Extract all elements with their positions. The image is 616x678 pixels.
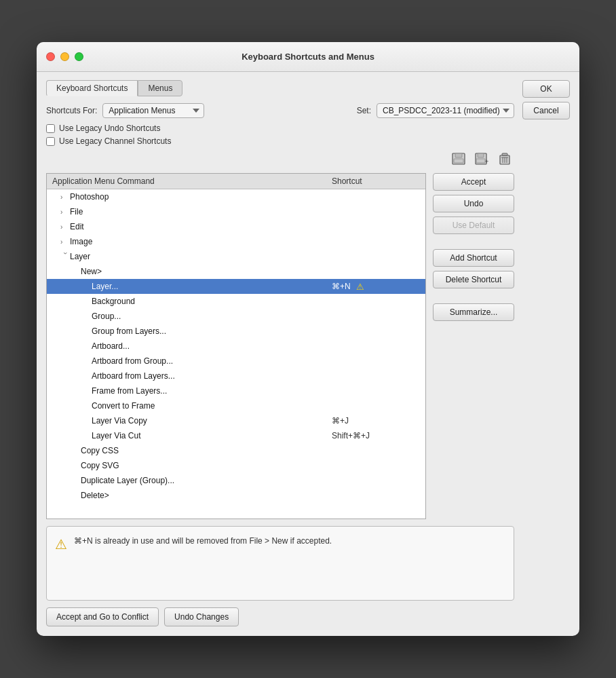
row-label: New> [81,267,332,276]
side-buttons: Accept Undo Use Default Add Shortcut Del… [433,173,514,519]
table-body: › Photoshop › File › E [47,189,425,507]
expand-icon: › [60,223,70,231]
table-row[interactable]: Convert to Frame [47,398,425,413]
row-label: Delete Layer (Group) [92,506,332,507]
conflict-message: ⌘+N is already in use and will be remove… [74,535,332,547]
set-dropdown[interactable]: CB_PSDCC_2023-11 (modified) [377,103,514,118]
table-row[interactable]: Duplicate Layer (Group)... [47,473,425,488]
add-shortcut-button[interactable]: Add Shortcut [433,249,514,267]
table-row[interactable]: Frame from Layers... [47,383,425,398]
titlebar-buttons [46,52,83,61]
table-row[interactable]: › Edit [47,219,425,234]
row-label: Delete> [81,491,332,500]
ok-cancel-area: OK Cancel [522,80,570,626]
shortcuts-for-row: Shortcuts For: Application Menus Panel M… [46,103,514,118]
window-title: Keyboard Shortcuts and Menus [242,52,374,62]
expand-icon: › [60,208,70,216]
legacy-channel-label: Use Legacy Channel Shortcuts [59,136,171,146]
legacy-undo-row: Use Legacy Undo Shortcuts [46,124,514,133]
table-row[interactable]: Delete Layer (Group) [47,503,425,507]
row-label: Layer... [92,282,332,291]
shortcut-value: ⌘+N [332,282,351,291]
legacy-channel-row: Use Legacy Channel Shortcuts [46,136,514,146]
tab-bar: Keyboard Shortcuts Menus [46,80,514,96]
row-label: Frame from Layers... [92,386,332,396]
table-row[interactable]: Layer Via Copy ⌘+J [47,413,425,428]
table-row[interactable]: New> [47,264,425,279]
col-command-header: Application Menu Command [52,176,332,186]
svg-rect-2 [454,159,463,163]
icon-toolbar: + [46,151,514,169]
table-row[interactable]: › Photoshop [47,189,425,204]
table-row[interactable]: › Layer [47,249,425,264]
accept-button[interactable]: Accept [433,173,514,191]
table-row[interactable]: › Image [47,234,425,249]
tab-menus[interactable]: Menus [138,80,182,96]
table-row[interactable]: Copy SVG [47,458,425,473]
table-row[interactable]: Artboard from Group... [47,354,425,369]
row-label: Artboard from Layers... [92,371,332,381]
table-row-selected[interactable]: Layer... ⌘+N ⚠ [47,279,425,294]
minimize-button[interactable] [60,52,69,61]
table-row[interactable]: Artboard... [47,339,425,354]
table-row[interactable]: Delete> [47,488,425,503]
accept-and-go-to-conflict-button[interactable]: Accept and Go to Conflict [46,607,159,626]
row-label: Background [92,297,332,306]
cancel-button[interactable]: Cancel [522,102,570,119]
undo-button[interactable]: Undo [433,195,514,212]
bottom-buttons: Accept and Go to Conflict Undo Changes [46,607,514,626]
expand-icon: › [62,252,69,261]
set-label: Set: [357,106,371,115]
save-icon-button[interactable] [450,151,467,169]
shortcut-text: Shift+⌘+J [332,431,420,440]
set-row: Set: CB_PSDCC_2023-11 (modified) [357,103,514,118]
conflict-panel: ⚠ ⌘+N is already in use and will be remo… [46,526,514,601]
row-label: Group... [92,312,332,321]
save-as-icon-button[interactable]: + [474,151,491,169]
conflict-warning-icon: ⚠ [55,536,67,552]
row-label: Duplicate Layer (Group)... [81,476,332,485]
table-row[interactable]: Copy CSS [47,443,425,458]
shortcut-text: ⌘+N ⚠ [332,282,420,292]
shortcuts-for-left: Shortcuts For: Application Menus Panel M… [46,103,204,118]
row-label: File [70,207,332,216]
expand-icon: › [60,193,70,201]
undo-changes-button[interactable]: Undo Changes [164,607,239,626]
row-label: Group from Layers... [92,326,332,336]
table-row[interactable]: Group from Layers... [47,324,425,339]
titlebar: Keyboard Shortcuts and Menus [37,42,579,72]
svg-rect-5 [476,159,485,163]
shortcut-text: ⌘+J [332,416,420,426]
legacy-undo-checkbox[interactable] [46,124,55,133]
spacer [433,293,514,299]
table-header: Application Menu Command Shortcut [47,174,425,189]
legacy-undo-label: Use Legacy Undo Shortcuts [59,124,160,133]
row-label: Photoshop [70,192,332,202]
table-row[interactable]: Background [47,294,425,309]
summarize-button[interactable]: Summarize... [433,303,514,321]
delete-set-icon-button[interactable] [498,151,512,169]
ok-button[interactable]: OK [522,80,570,98]
svg-text:+: + [485,158,488,165]
row-label: Layer Via Copy [92,416,332,426]
row-label: Convert to Frame [92,401,332,411]
maximize-button[interactable] [75,52,83,61]
use-default-button[interactable]: Use Default [433,216,514,234]
row-label: Artboard from Group... [92,356,332,366]
row-label: Copy CSS [81,446,332,455]
table-row[interactable]: › File [47,204,425,219]
spacer [433,238,514,245]
table-row[interactable]: Group... [47,309,425,324]
delete-shortcut-button[interactable]: Delete Shortcut [433,271,514,288]
row-label: Image [70,237,332,246]
close-button[interactable] [46,52,55,61]
shortcuts-for-dropdown[interactable]: Application Menus Panel Menus Tools [102,103,204,118]
row-label: Layer [70,252,332,261]
main-area: Application Menu Command Shortcut › Phot… [46,173,514,519]
row-label: Copy SVG [81,461,332,470]
shortcuts-table: Application Menu Command Shortcut › Phot… [46,173,426,519]
table-row[interactable]: Layer Via Cut Shift+⌘+J [47,428,425,443]
legacy-channel-checkbox[interactable] [46,137,55,146]
tab-keyboard-shortcuts[interactable]: Keyboard Shortcuts [46,80,138,96]
table-row[interactable]: Artboard from Layers... [47,369,425,383]
